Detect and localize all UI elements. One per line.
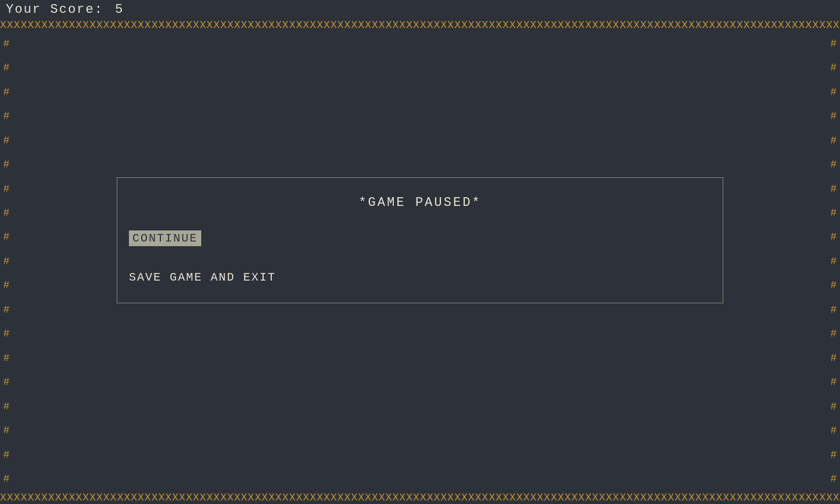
border-hash: # <box>831 232 837 242</box>
score-bar: Your Score: 5 <box>0 0 840 19</box>
border-hash: # <box>4 450 10 460</box>
border-hash: # <box>831 111 837 121</box>
border-hash: # <box>4 474 10 484</box>
border-hash: # <box>4 377 10 387</box>
border-hash: # <box>4 232 10 242</box>
border-hash: # <box>831 377 837 387</box>
border-hash: # <box>831 62 837 73</box>
border-hash: # <box>4 353 10 363</box>
pause-title: *GAME PAUSED* <box>129 195 711 210</box>
border-hash: # <box>831 38 837 49</box>
game-screen: Your Score: 5 XXXXXXXXXXXXXXXXXXXXXXXXXX… <box>0 0 840 504</box>
border-hash: # <box>831 280 837 290</box>
border-hash: # <box>4 304 10 315</box>
border-hash: # <box>831 328 837 339</box>
border-hash: # <box>831 425 837 436</box>
border-right: ################### <box>827 32 840 491</box>
border-hash: # <box>831 159 837 170</box>
border-left: ################### <box>0 32 13 491</box>
pause-dialog: *GAME PAUSED* CONTINUE SAVE GAME AND EXI… <box>117 177 723 303</box>
border-hash: # <box>831 304 837 315</box>
border-hash: # <box>831 87 837 97</box>
border-hash: # <box>4 159 10 170</box>
border-hash: # <box>4 208 10 218</box>
border-hash: # <box>4 425 10 436</box>
border-hash: # <box>831 256 837 267</box>
border-hash: # <box>4 184 10 194</box>
border-hash: # <box>4 280 10 290</box>
border-hash: # <box>4 328 10 339</box>
border-hash: # <box>4 87 10 97</box>
border-hash: # <box>4 401 10 412</box>
save-exit-button[interactable]: SAVE GAME AND EXIT <box>129 270 276 285</box>
border-hash: # <box>4 135 10 146</box>
border-hash: # <box>831 208 837 218</box>
border-hash: # <box>831 474 837 484</box>
border-hash: # <box>831 135 837 146</box>
border-hash: # <box>4 111 10 121</box>
border-hash: # <box>4 38 10 49</box>
border-hash: # <box>831 353 837 363</box>
border-hash: # <box>4 256 10 267</box>
score-label: Your Score: <box>6 2 103 17</box>
border-hash: # <box>831 184 837 194</box>
border-hash: # <box>831 450 837 460</box>
score-value: 5 <box>115 2 124 17</box>
border-top-x: XXXXXXXXXXXXXXXXXXXXXXXXXXXXXXXXXXXXXXXX… <box>0 19 840 32</box>
border-hash: # <box>4 62 10 73</box>
continue-button[interactable]: CONTINUE <box>129 230 201 246</box>
border-bottom-x: XXXXXXXXXXXXXXXXXXXXXXXXXXXXXXXXXXXXXXXX… <box>0 491 840 504</box>
border-hash: # <box>831 401 837 412</box>
